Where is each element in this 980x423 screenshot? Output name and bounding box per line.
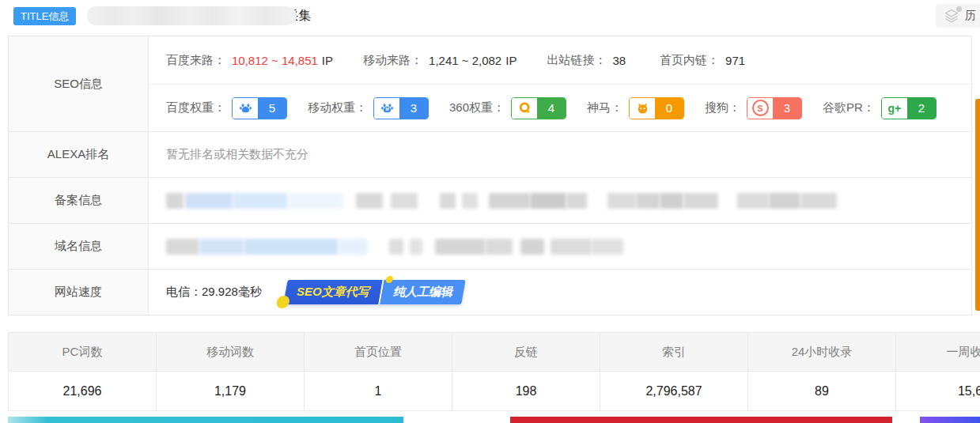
redacted-block	[636, 193, 660, 209]
redacted-block	[440, 193, 456, 209]
360-weight-label: 360权重：	[449, 100, 505, 115]
redacted-block	[185, 193, 233, 209]
seo-article-ad-banner[interactable]: SEO文章代写 纯人工编辑	[283, 280, 465, 304]
bottom-card-bar-cyan	[8, 417, 403, 423]
baidu-traffic-suffix: IP	[322, 54, 333, 67]
sogou-weight-label: 搜狗：	[705, 100, 740, 115]
shenma-weight-score: 0	[655, 98, 683, 119]
kw-header-24h-collect: 24小时收录	[748, 333, 896, 372]
redacted-block	[737, 193, 769, 209]
redacted-block	[800, 193, 837, 209]
shenma-weight-label: 神马：	[587, 100, 622, 115]
360-weight-score: 4	[537, 98, 566, 119]
outbound-links-label: 出站链接：	[547, 53, 606, 68]
speed-row: 电信：29.928毫秒 SEO文章代写 纯人工编辑	[149, 269, 971, 315]
kw-value-backlinks[interactable]: 198	[452, 372, 600, 410]
google-pr-badge[interactable]: g+ 2	[881, 97, 936, 119]
redacted-block	[520, 239, 544, 255]
shenma-icon	[630, 98, 655, 119]
redacted-block	[530, 193, 566, 209]
baidu-weight-badge[interactable]: 5	[232, 97, 287, 119]
baidu-paw-icon	[233, 98, 258, 119]
redacted-block	[166, 193, 184, 209]
baidu-traffic-value[interactable]: 10,812 ~ 14,851	[232, 54, 318, 67]
notification-dot	[956, 6, 962, 12]
google-pr-label: 谷歌PR：	[823, 100, 875, 115]
kw-value-index[interactable]: 2,796,587	[600, 372, 748, 410]
redacted-block	[486, 239, 513, 255]
redacted-site-title	[87, 6, 297, 25]
homepage-inner-links: 首页内链： 971	[660, 53, 749, 68]
360-weight-badge[interactable]: 4	[511, 97, 566, 119]
redacted-block	[566, 193, 587, 209]
sogou-weight-badge[interactable]: S 3	[747, 97, 802, 119]
row-label-seo: SEO信息	[9, 36, 149, 131]
360-search-icon	[512, 98, 537, 119]
kw-header-mobile-words: 移动词数	[157, 333, 305, 372]
mobile-traffic-label: 移动来路：	[363, 53, 422, 68]
google-plus-icon: g+	[882, 98, 907, 119]
keyword-stats-table: PC词数 移动词数 首页位置 反链 索引 24小时收录 一周收录 21,696 …	[8, 332, 980, 411]
outbound-links: 出站链接： 38	[547, 53, 630, 68]
360-weight: 360权重： 4	[449, 97, 566, 119]
mobile-weight-score: 3	[399, 98, 428, 119]
homepage-inner-links-value[interactable]: 971	[725, 54, 745, 67]
shenma-weight-badge[interactable]: 0	[629, 97, 684, 119]
redacted-block	[339, 239, 367, 255]
telecom-speed-value: 29.928毫秒	[202, 285, 262, 298]
google-pr: 谷歌PR： g+ 2	[823, 97, 936, 119]
baidu-traffic: 百度来路： 10,812 ~ 14,851 IP	[166, 53, 333, 68]
mobile-weight-badge[interactable]: M 3	[373, 97, 429, 119]
mobile-weight-label: 移动权重：	[308, 100, 367, 115]
history-button-label: 历	[965, 9, 976, 23]
redacted-block	[592, 239, 623, 255]
outbound-links-value[interactable]: 38	[612, 54, 626, 67]
ad-right-text: 纯人工编辑	[393, 285, 452, 300]
telecom-speed-label: 电信：	[166, 285, 202, 298]
redacted-block	[551, 239, 592, 255]
title-bar: TITLE信息 采集	[13, 5, 311, 27]
svg-text:M: M	[385, 108, 388, 111]
telecom-speed: 电信：29.928毫秒	[166, 285, 262, 300]
row-label-domain: 域名信息	[9, 223, 149, 269]
mobile-weight: 移动权重： M 3	[308, 97, 429, 119]
mobile-traffic-suffix: IP	[505, 54, 516, 67]
alexa-row: 暂无排名或相关数据不充分	[149, 131, 971, 177]
alexa-no-rank-text: 暂无排名或相关数据不充分	[166, 147, 308, 162]
redacted-block	[660, 193, 683, 209]
redacted-block	[233, 193, 288, 209]
baidu-traffic-label: 百度来路：	[166, 53, 225, 68]
redacted-block	[489, 193, 530, 209]
kw-value-pc-words[interactable]: 21,696	[9, 372, 157, 410]
kw-value-24h-collect[interactable]: 89	[748, 372, 896, 410]
baidu-weight-label: 百度权重：	[166, 100, 225, 115]
bottom-card-bar-purple	[920, 417, 980, 423]
kw-value-mobile-words[interactable]: 1,179	[157, 372, 305, 410]
side-floating-widget-strip	[975, 99, 980, 311]
ad-dot-big	[275, 296, 290, 308]
kw-header-homepage-position: 首页位置	[305, 333, 452, 372]
kw-header-index: 索引	[600, 333, 748, 372]
redacted-block	[435, 239, 486, 255]
redacted-block	[607, 193, 636, 209]
kw-header-week-collect: 一周收录	[896, 333, 980, 372]
row-label-speed: 网站速度	[9, 269, 149, 315]
row-label-icp: 备案信息	[9, 177, 149, 223]
kw-header-pc-words: PC词数	[9, 333, 157, 372]
mobile-traffic-value[interactable]: 1,241 ~ 2,082	[429, 54, 501, 67]
bottom-card-bar-red	[510, 417, 892, 423]
domain-row-redacted	[149, 223, 971, 269]
kw-value-homepage-position[interactable]: 1	[305, 372, 452, 410]
redacted-block	[356, 193, 383, 209]
redacted-block	[769, 193, 800, 209]
history-button[interactable]: 历	[936, 4, 980, 28]
baidu-weight-score: 5	[258, 98, 286, 119]
seo-weights-row: 百度权重： 5 移动权重：	[149, 84, 971, 131]
baidu-weight: 百度权重： 5	[166, 97, 287, 119]
seo-overview-page: TITLE信息 采集 历 SEO信息 百度来路： 10,812 ~ 14,851…	[0, 0, 980, 423]
icp-row-redacted	[149, 177, 971, 223]
redacted-block	[462, 193, 478, 209]
sogou-weight-score: 3	[773, 98, 801, 119]
redacted-block	[410, 239, 422, 255]
kw-value-week-collect[interactable]: 15,6	[896, 372, 980, 410]
